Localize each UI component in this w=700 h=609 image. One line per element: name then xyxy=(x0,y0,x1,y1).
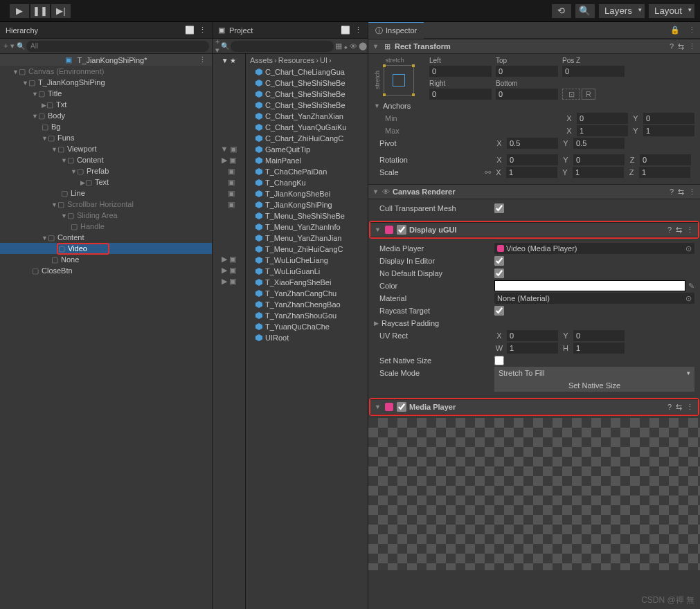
uv-y[interactable] xyxy=(573,330,625,341)
hierarchy-item[interactable]: ▼▢Prefab xyxy=(0,165,212,176)
hierarchy-item[interactable]: ▢Bg xyxy=(0,121,212,132)
lock-icon[interactable]: 🔒 xyxy=(666,26,684,35)
foldout-icon[interactable]: ▶ xyxy=(374,320,379,327)
inspector-tab[interactable]: ⓘ Inspector xyxy=(368,22,424,39)
panel-menu-icon[interactable]: ⋮ xyxy=(355,26,362,35)
object-picker-icon[interactable]: ⊙ xyxy=(685,244,692,253)
maximize-icon[interactable]: ⬜ xyxy=(185,26,195,35)
folder-icon[interactable]: ▶ ▣ xyxy=(222,266,236,275)
pivot-x[interactable] xyxy=(507,138,558,149)
visibility-icon[interactable]: 👁 xyxy=(382,188,390,196)
asset-item[interactable]: GameQuitTip xyxy=(246,144,368,155)
uv-x[interactable] xyxy=(507,330,558,341)
asset-item[interactable]: T_ChaChePaiDan xyxy=(246,166,368,177)
filter-icon[interactable]: ▦ xyxy=(335,41,342,52)
asset-item[interactable]: T_YuanQuChaChe xyxy=(246,321,368,332)
hierarchy-item[interactable]: ▼▢Content xyxy=(0,232,212,243)
pause-button[interactable]: ❚❚ xyxy=(30,4,50,18)
breadcrumb-item[interactable]: Resources xyxy=(278,56,315,64)
raycast-target-checkbox[interactable] xyxy=(494,306,504,316)
hierarchy-item[interactable]: ▼▢Body xyxy=(0,110,212,121)
hierarchy-item[interactable]: ▼▢Scrollbar Horizontal xyxy=(0,199,212,210)
asset-item[interactable]: T_Menu_YanZhanJian xyxy=(246,233,368,244)
project-search-input[interactable] xyxy=(231,41,334,52)
asset-item[interactable]: T_Menu_ZhiHuiCangC xyxy=(246,244,368,255)
material-field[interactable]: None (Material)⊙ xyxy=(494,293,694,304)
scl-z[interactable] xyxy=(639,167,690,178)
right-input[interactable] xyxy=(429,89,492,100)
component-enabled-checkbox[interactable] xyxy=(397,225,406,235)
posz-input[interactable] xyxy=(562,66,625,77)
no-default-display-checkbox[interactable] xyxy=(494,269,504,278)
layers-dropdown[interactable]: Layers xyxy=(599,4,645,18)
help-icon[interactable]: ? xyxy=(667,403,672,412)
scl-x[interactable] xyxy=(506,167,557,178)
maximize-icon[interactable]: ⬜ xyxy=(341,26,350,35)
blueprint-mode-icon[interactable]: ⊡ xyxy=(562,89,580,100)
folder-icon[interactable]: ▼ ▣ xyxy=(221,145,237,154)
play-button[interactable]: ▶ xyxy=(10,4,29,18)
top-input[interactable] xyxy=(496,66,558,77)
asset-item[interactable]: T_Menu_YanZhanInfo xyxy=(246,221,368,233)
bottom-input[interactable] xyxy=(496,89,558,100)
link-scale-icon[interactable]: ⚯ xyxy=(485,168,491,177)
cull-transparent-checkbox[interactable] xyxy=(494,203,504,213)
anchor-max-x[interactable] xyxy=(577,125,628,136)
hierarchy-item[interactable]: ▼▢Content xyxy=(0,154,212,165)
step-button[interactable]: ▶| xyxy=(51,4,71,18)
foldout-icon[interactable]: ▼ xyxy=(375,226,382,233)
hierarchy-item[interactable]: ▼▢Title xyxy=(0,88,212,99)
rect-transform-header[interactable]: ▼ ⊞ Rect Transform ?⇆⋮ xyxy=(368,39,700,54)
folder-icon[interactable]: ▣ xyxy=(223,178,234,187)
foldout-icon[interactable]: ▼ xyxy=(375,403,382,410)
panel-menu-icon[interactable]: ⋮ xyxy=(684,26,700,35)
hierarchy-item[interactable]: ▼▢Sliding Area xyxy=(0,210,212,221)
asset-item[interactable]: T_YanZhanShouGou xyxy=(246,310,368,321)
scene-row[interactable]: ▣ T_JianKongShiPing* ⋮ xyxy=(0,54,212,66)
asset-item[interactable]: T_JianKongSheBei xyxy=(246,188,368,199)
preset-icon[interactable]: ⇆ xyxy=(678,188,684,197)
eye-icon[interactable]: 👁 xyxy=(350,41,357,52)
asset-item[interactable]: T_Menu_SheShiSheBe xyxy=(246,210,368,221)
scl-y[interactable] xyxy=(573,167,624,178)
favorites-star-icon[interactable]: ▼ ★ xyxy=(222,57,237,64)
eyedropper-icon[interactable]: ✎ xyxy=(688,282,694,291)
help-icon[interactable]: ? xyxy=(670,188,674,197)
search-icon[interactable]: 🔍 xyxy=(575,4,595,18)
canvas-renderer-header[interactable]: ▼ 👁 Canvas Renderer ?⇆⋮ xyxy=(368,184,700,199)
set-native-size-button[interactable]: Set Native Size xyxy=(494,379,694,392)
asset-item[interactable]: T_YanZhanChengBao xyxy=(246,299,368,310)
hierarchy-item[interactable]: ▼▢Viewport xyxy=(0,143,212,154)
anchor-min-y[interactable] xyxy=(643,113,694,124)
rot-y[interactable] xyxy=(573,154,625,165)
create-dropdown[interactable]: + ▾ xyxy=(215,41,219,52)
left-input[interactable] xyxy=(429,66,492,77)
pivot-y[interactable] xyxy=(573,138,625,149)
undo-history-icon[interactable]: ⟲ xyxy=(552,4,571,18)
layout-dropdown[interactable]: Layout xyxy=(649,4,694,18)
breadcrumb-item[interactable]: UI xyxy=(320,56,327,64)
folder-icon[interactable]: ▣ xyxy=(223,200,234,209)
create-dropdown[interactable]: + ▾ xyxy=(3,41,15,52)
menu-icon[interactable]: ⋮ xyxy=(686,226,694,235)
folder-icon[interactable]: ▶ ▣ xyxy=(222,255,236,264)
preset-icon[interactable]: ⇆ xyxy=(678,42,684,51)
preset-icon[interactable]: ⇆ xyxy=(676,403,682,412)
hierarchy-item[interactable]: ▢None xyxy=(0,254,212,265)
foldout-icon[interactable]: ▼ xyxy=(373,43,379,50)
hierarchy-item[interactable]: ▼▢Canvas (Environment) xyxy=(0,66,212,77)
set-native-checkbox[interactable] xyxy=(494,356,504,365)
hierarchy-item[interactable]: ▼▢Funs xyxy=(0,132,212,143)
asset-item[interactable]: C_Chart_YanZhanXian xyxy=(246,111,368,122)
help-icon[interactable]: ? xyxy=(670,42,674,51)
object-picker-icon[interactable]: ⊙ xyxy=(685,294,692,303)
anchor-min-x[interactable] xyxy=(577,113,628,124)
foldout-icon[interactable]: ▼ xyxy=(373,188,379,195)
menu-icon[interactable]: ⋮ xyxy=(688,42,696,51)
rot-z[interactable] xyxy=(640,154,691,165)
hierarchy-item[interactable]: ▶▢Txt xyxy=(0,99,212,110)
menu-icon[interactable]: ⋮ xyxy=(686,403,694,412)
panel-menu-icon[interactable]: ⋮ xyxy=(199,26,206,35)
display-ugui-header[interactable]: ▼ Display uGUI ?⇆⋮ xyxy=(370,222,698,237)
preset-icon[interactable]: ⇆ xyxy=(676,226,682,235)
